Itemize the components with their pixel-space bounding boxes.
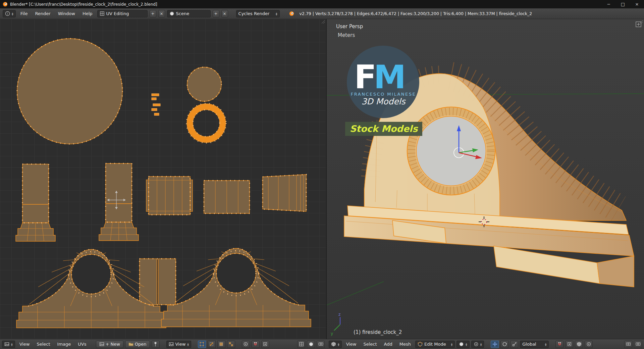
uv-select-face-toggle[interactable] (217, 341, 225, 348)
chevron-updown-icon: ▲▼ (480, 343, 482, 346)
scene-value: Scene (176, 11, 208, 16)
mode-dropdown[interactable]: Edit Mode ▲▼ (415, 341, 455, 348)
snap-toggle[interactable] (252, 341, 260, 348)
svg-text:Stock Models: Stock Models (350, 123, 419, 134)
face-mode-icon (219, 342, 224, 347)
snap-toggle[interactable] (555, 341, 564, 348)
v3d-menu-select[interactable]: Select (361, 340, 379, 348)
view-name-overlay: User Persp (336, 23, 363, 30)
manipulator-translate-toggle[interactable] (491, 341, 499, 348)
info-icon (5, 11, 10, 16)
scene-icon (169, 11, 174, 16)
snap-element-dropdown[interactable] (565, 341, 573, 348)
manipulator-rotate-toggle[interactable] (500, 341, 508, 348)
menu-help[interactable]: Help (80, 10, 95, 17)
uv-island-rect-b[interactable] (204, 181, 250, 213)
v3d-menu-view[interactable]: View (343, 340, 359, 348)
chevron-updown-icon: ▲▼ (338, 343, 339, 346)
magnet-icon (557, 342, 562, 347)
proportional-icon (243, 342, 248, 347)
uv-select-vertex-toggle[interactable] (198, 341, 206, 348)
svg-text:M: M (374, 58, 406, 96)
svg-text:FRANCESCO MILANESE: FRANCESCO MILANESE (351, 92, 416, 97)
editor-type-dropdown-info[interactable]: ▲▼ (3, 10, 16, 17)
add-layout-button[interactable]: + (150, 10, 156, 17)
close-button[interactable]: × (630, 0, 644, 8)
sphere-icon (459, 342, 464, 347)
uv-island-column-2[interactable] (99, 163, 139, 241)
v3d-menu-add[interactable]: Add (381, 340, 395, 348)
proportional-edit-dropdown[interactable] (585, 341, 593, 348)
menu-render[interactable]: Render (32, 10, 53, 17)
new-image-button[interactable]: + New (96, 341, 123, 348)
editor-type-dropdown-image[interactable]: ▲▼ (2, 341, 15, 348)
title-bar: Blender* [C:\Users\franc\Desktop\firesid… (0, 0, 644, 8)
editor-type-dropdown-3dview[interactable]: ▲▼ (329, 341, 342, 348)
svg-text:3D Models: 3D Models (361, 97, 406, 106)
screen-layout-selector[interactable]: UV Editing (97, 10, 148, 17)
occlude-geometry-toggle[interactable] (575, 341, 583, 348)
v3d-menu-mesh[interactable]: Mesh (397, 340, 414, 348)
uv-select-edge-toggle[interactable] (208, 341, 216, 348)
render-engine-dropdown[interactable]: Cycles Render ▲▼ (236, 10, 280, 17)
uv-canvas[interactable] (0, 19, 327, 339)
view3d-header: ▲▼ View Select Add Mesh Edit Mode ▲▼ ▲▼ … (327, 339, 644, 349)
vertex-mode-icon (199, 342, 204, 347)
scene-selector[interactable]: Scene (167, 10, 211, 17)
edit-mode-icon (418, 342, 423, 347)
uv-view-dropdown[interactable]: View ▲▼ (166, 341, 191, 348)
uv-island-small-disc[interactable] (187, 67, 221, 101)
rotate-icon (502, 342, 507, 347)
snap-element-icon (263, 342, 268, 347)
manipulator-scale-toggle[interactable] (510, 341, 518, 348)
object-info-overlay: (1) fireside_clock_2 (354, 329, 402, 336)
snap-element-dropdown[interactable] (261, 341, 269, 348)
pin-image-toggle[interactable] (152, 341, 160, 348)
svg-text:y: y (331, 331, 333, 336)
blender-logo-icon (3, 2, 8, 7)
viewport-3d-pane[interactable]: F M FRANCESCO MILANESE 3D Models Stock M… (327, 19, 644, 339)
render-icon (318, 342, 323, 347)
opengl-render-image-button[interactable] (624, 341, 632, 348)
delete-scene-button[interactable]: × (221, 10, 228, 17)
editor-corner-grip[interactable] (639, 20, 643, 24)
opengl-render-anim-button[interactable] (634, 341, 642, 348)
editor-corner-grip[interactable] (321, 20, 325, 24)
cube-icon (577, 342, 582, 347)
uv-island-column-1[interactable] (16, 164, 55, 241)
minimize-button[interactable]: − (602, 0, 616, 8)
translate-icon (492, 342, 497, 347)
uv-draw-shadow-toggle[interactable] (297, 341, 305, 348)
uv-menu-image[interactable]: Image (55, 340, 74, 348)
add-scene-button[interactable]: + (213, 10, 219, 17)
uv-island-rect-a[interactable] (146, 177, 193, 215)
blender-window: Blender* [C:\Users\franc\Desktop\firesid… (0, 0, 644, 349)
uv-island-clock-face[interactable] (17, 39, 122, 144)
render-size-toggle[interactable] (317, 341, 325, 348)
image-icon (99, 342, 104, 347)
uv-island-rect-c[interactable] (263, 174, 306, 211)
viewport-shading-dropdown[interactable]: ▲▼ (457, 341, 470, 348)
proportional-icon (586, 342, 591, 347)
pivot-point-dropdown[interactable]: ▲▼ (471, 341, 484, 348)
open-image-button[interactable]: Open (125, 341, 150, 348)
menu-file[interactable]: File (18, 10, 31, 17)
edge-mode-icon (209, 342, 214, 347)
maximize-button[interactable]: □ (616, 0, 630, 8)
uv-editor-pane[interactable] (0, 19, 327, 339)
uv-island-body-back[interactable] (161, 248, 311, 327)
delete-layout-button[interactable]: × (158, 10, 165, 17)
uv-island-bezel-ring[interactable] (186, 103, 226, 143)
orientation-dropdown[interactable]: Global ▲▼ (520, 341, 549, 348)
uv-menu-view[interactable]: View (17, 340, 33, 348)
proportional-edit-dropdown[interactable] (242, 341, 250, 348)
uv-menu-uvs[interactable]: UVs (75, 340, 89, 348)
viewport-canvas[interactable]: F M FRANCESCO MILANESE 3D Models Stock M… (327, 19, 644, 339)
uv-select-island-toggle[interactable] (227, 341, 235, 348)
svg-text:F: F (354, 58, 376, 96)
uv-draw-stretch-toggle[interactable] (307, 341, 315, 348)
chevron-updown-icon: ▲▼ (187, 343, 189, 346)
uv-menu-select[interactable]: Select (34, 340, 53, 348)
uv-island-small-parts[interactable] (152, 94, 160, 115)
menu-window[interactable]: Window (55, 10, 78, 17)
